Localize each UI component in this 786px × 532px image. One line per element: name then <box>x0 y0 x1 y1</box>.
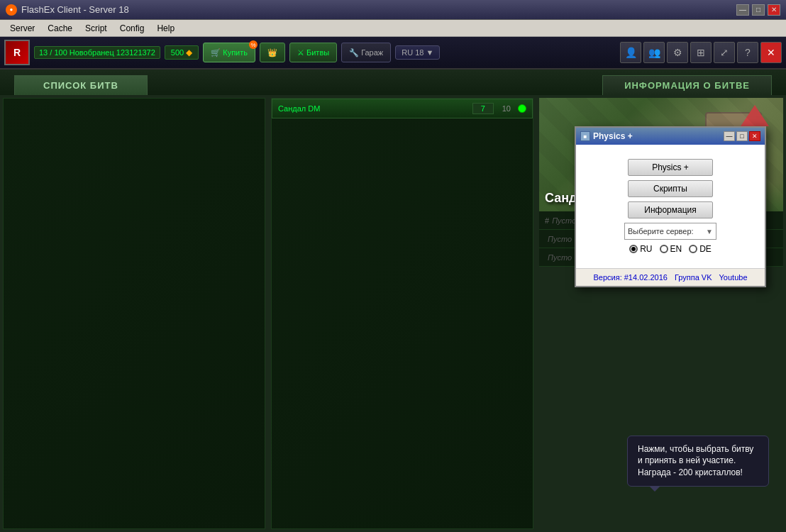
tooltip: Нажми, чтобы выбрать битву и принять в н… <box>627 436 769 487</box>
tab-bar: СПИСОК БИТВ ИНФОРМАЦИЯ О БИТВЕ <box>0 70 786 95</box>
right-panel: Сандал DM # Пусто Пусто Пусто <box>539 98 783 529</box>
select-arrow: ▼ <box>706 228 713 235</box>
xp-bar: 13 / 100 Новобранец 123121372 <box>34 46 160 59</box>
buy-button[interactable]: 🛒 Купить % <box>203 43 255 62</box>
scripts-btn[interactable]: Скрипты <box>628 180 713 197</box>
slot-1-label: Пусто <box>552 216 576 225</box>
radio-ru-circle <box>629 245 638 253</box>
crown-icon: 👑 <box>267 48 277 57</box>
battle-status-indicator <box>518 104 526 113</box>
battle-players: 7 <box>472 103 494 114</box>
server-select[interactable]: Выберите сервер: ▼ <box>624 223 716 240</box>
toolbar-icons: 👤 👥 ⚙ ⊞ ⤢ ? ✕ <box>620 42 782 63</box>
crown-icon-btn[interactable]: 👑 <box>260 43 285 62</box>
physics-close-btn[interactable]: ✕ <box>749 131 760 141</box>
group-vk-link[interactable]: Группа VK <box>675 273 712 282</box>
menu-cache[interactable]: Cache <box>42 22 78 35</box>
radio-de-circle <box>689 245 697 253</box>
battle-list-item[interactable]: Сандал DM 7 10 <box>272 99 533 118</box>
layout-icon-btn[interactable]: ⊞ <box>690 42 712 63</box>
server-badge[interactable]: RU 18 ▼ <box>395 45 440 60</box>
battles-button[interactable]: ⚔ Битвы <box>289 43 337 62</box>
physics-maximize-btn[interactable]: □ <box>736 131 748 141</box>
window-title: FlashEx Client - Server 18 <box>21 4 129 15</box>
buy-icon: 🛒 <box>211 48 221 57</box>
fullscreen-icon-btn[interactable]: ⤢ <box>714 42 735 63</box>
hash-icon: # <box>545 216 549 225</box>
language-radio-group: RU EN DE <box>629 244 712 254</box>
app-icon: ● <box>6 4 17 16</box>
radio-de-label: DE <box>699 244 712 254</box>
buy-badge: % <box>249 40 258 49</box>
crystals-display: 500 ◆ <box>165 45 199 60</box>
physics-plus-btn[interactable]: Physics + <box>628 159 713 176</box>
game-close-button[interactable]: ✕ <box>760 42 782 63</box>
battle-name: Сандал DM <box>278 104 468 113</box>
radio-en-label: EN <box>670 244 682 254</box>
content-area: Сандал DM 7 10 Сандал DM <box>0 95 786 532</box>
version-label: Версия: #14.02.2016 <box>593 273 667 282</box>
menu-bar: Server Cache Script Config Help <box>0 20 786 37</box>
menu-server[interactable]: Server <box>4 22 40 35</box>
menu-help[interactable]: Help <box>151 22 180 35</box>
maximize-button[interactable]: □ <box>752 4 765 16</box>
settings-icon-btn[interactable]: ⚙ <box>667 42 688 63</box>
close-button[interactable]: ✕ <box>768 4 780 16</box>
left-panel <box>3 98 265 529</box>
physics-title: Physics + <box>593 131 721 141</box>
youtube-link[interactable]: Youtube <box>719 273 748 282</box>
title-bar-left: ● FlashEx Client - Server 18 <box>6 4 129 16</box>
physics-icon: ■ <box>580 131 590 141</box>
user-avatar: R <box>4 40 30 65</box>
wrench-icon: 🔧 <box>349 48 359 57</box>
friends-icon-btn[interactable]: 👥 <box>643 42 665 63</box>
help-icon-btn[interactable]: ? <box>737 42 758 63</box>
menu-config[interactable]: Config <box>114 22 150 35</box>
main-area: СПИСОК БИТВ ИНФОРМАЦИЯ О БИТВЕ Сандал DM… <box>0 70 786 532</box>
server-dropdown-arrow: ▼ <box>426 48 433 57</box>
physics-footer: Версия: #14.02.2016 Группа VK Youtube <box>576 268 765 286</box>
title-controls: — □ ✕ <box>736 4 780 16</box>
tab-battles[interactable]: СПИСОК БИТВ <box>14 75 148 95</box>
physics-win-controls: — □ ✕ <box>724 131 760 141</box>
player-icon-btn[interactable]: 👤 <box>620 42 641 63</box>
physics-titlebar: ■ Physics + — □ ✕ <box>576 128 765 145</box>
middle-panel: Сандал DM 7 10 <box>271 98 533 529</box>
info-btn[interactable]: Информация <box>628 201 713 218</box>
slot-2-label: Пусто <box>548 235 572 243</box>
garage-button[interactable]: 🔧 Гараж <box>341 43 391 62</box>
physics-minimize-btn[interactable]: — <box>724 131 735 141</box>
tooltip-text: Нажми, чтобы выбрать битву и принять в н… <box>638 444 753 478</box>
radio-ru[interactable]: RU <box>629 244 652 254</box>
physics-popup: ■ Physics + — □ ✕ Physics + Скрипты <box>575 126 766 287</box>
minimize-button[interactable]: — <box>736 4 749 16</box>
radio-ru-label: RU <box>640 244 652 254</box>
slot-3-label: Пусто <box>548 253 572 262</box>
crystal-icon: ◆ <box>186 48 192 57</box>
radio-en[interactable]: EN <box>660 244 682 254</box>
title-bar: ● FlashEx Client - Server 18 — □ ✕ <box>0 0 786 20</box>
physics-content: Physics + Скрипты Информация Выберите се… <box>576 145 765 268</box>
radio-en-circle <box>660 245 668 253</box>
tab-battle-info[interactable]: ИНФОРМАЦИЯ О БИТВЕ <box>602 75 772 95</box>
menu-script[interactable]: Script <box>79 22 113 35</box>
sword-icon: ⚔ <box>297 48 304 57</box>
game-toolbar: R 13 / 100 Новобранец 123121372 500 ◆ 🛒 … <box>0 37 786 70</box>
radio-de[interactable]: DE <box>689 244 712 254</box>
